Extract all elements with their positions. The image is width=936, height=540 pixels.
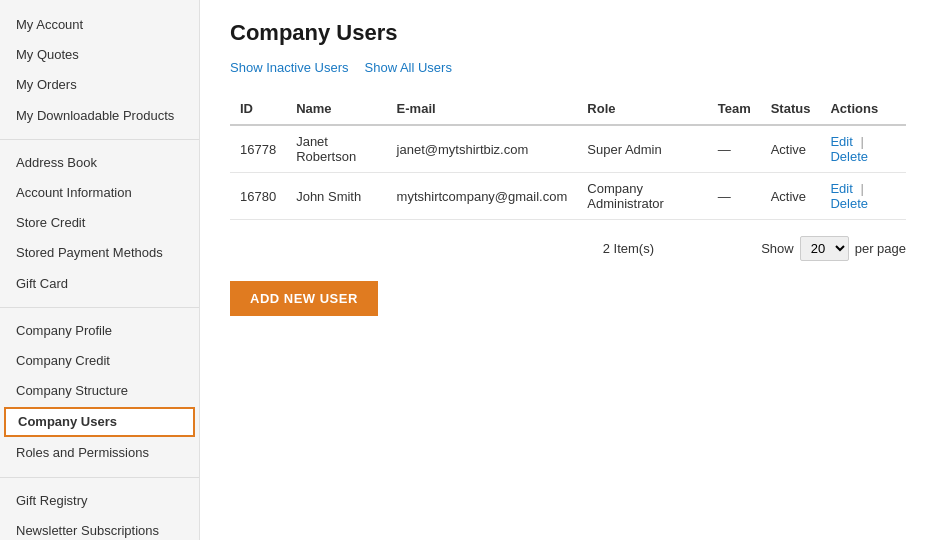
col-status: Status [761,93,821,125]
users-table: ID Name E-mail Role Team Status Actions … [230,93,906,220]
delete-link[interactable]: Delete [830,196,868,211]
cell-name: Janet Robertson [286,125,386,173]
items-count: 2 Item(s) [496,241,762,256]
pagination-row: 2 Item(s) Show 51015202530 per page [230,236,906,261]
sidebar-item-company-users[interactable]: Company Users [4,407,195,437]
cell-email: janet@mytshirtbiz.com [387,125,578,173]
cell-actions: Edit | Delete [820,125,906,173]
main-content: Company Users Show Inactive Users Show A… [200,0,936,540]
sidebar-item-store-credit[interactable]: Store Credit [0,208,199,238]
table-row: 16778 Janet Robertson janet@mytshirtbiz.… [230,125,906,173]
cell-status: Active [761,125,821,173]
cell-role: Company Administrator [577,173,707,220]
cell-email: mytshirtcompany@gmail.com [387,173,578,220]
col-actions: Actions [820,93,906,125]
sidebar-item-my-downloadable-products[interactable]: My Downloadable Products [0,101,199,131]
sidebar-divider-1 [0,139,199,140]
sidebar-item-my-account[interactable]: My Account [0,10,199,40]
col-id: ID [230,93,286,125]
sidebar-item-address-book[interactable]: Address Book [0,148,199,178]
col-team: Team [708,93,761,125]
show-label: Show [761,241,794,256]
sidebar-item-stored-payment-methods[interactable]: Stored Payment Methods [0,238,199,268]
sidebar-item-gift-registry[interactable]: Gift Registry [0,486,199,516]
edit-link[interactable]: Edit [830,181,852,196]
sidebar-item-my-quotes[interactable]: My Quotes [0,40,199,70]
filter-show-inactive[interactable]: Show Inactive Users [230,60,349,75]
sidebar-divider-2 [0,307,199,308]
sidebar-group-misc: Gift Registry Newsletter Subscriptions M… [0,486,199,540]
cell-id: 16780 [230,173,286,220]
cell-team: — [708,173,761,220]
add-new-user-button[interactable]: ADD NEW USER [230,281,378,316]
edit-link[interactable]: Edit [830,134,852,149]
per-page-label: per page [855,241,906,256]
sidebar-item-company-profile[interactable]: Company Profile [0,316,199,346]
sidebar-divider-3 [0,477,199,478]
action-separator: | [860,181,863,196]
cell-name: John Smith [286,173,386,220]
per-page-control: Show 51015202530 per page [761,236,906,261]
col-email: E-mail [387,93,578,125]
sidebar-item-my-orders[interactable]: My Orders [0,70,199,100]
cell-role: Super Admin [577,125,707,173]
col-name: Name [286,93,386,125]
sidebar-item-company-structure[interactable]: Company Structure [0,376,199,406]
sidebar-item-roles-and-permissions[interactable]: Roles and Permissions [0,438,199,468]
action-separator: | [860,134,863,149]
sidebar-group-account: My Account My Quotes My Orders My Downlo… [0,10,199,131]
cell-id: 16778 [230,125,286,173]
col-role: Role [577,93,707,125]
filter-links: Show Inactive Users Show All Users [230,60,906,75]
table-header-row: ID Name E-mail Role Team Status Actions [230,93,906,125]
cell-actions: Edit | Delete [820,173,906,220]
cell-status: Active [761,173,821,220]
delete-link[interactable]: Delete [830,149,868,164]
filter-show-all[interactable]: Show All Users [365,60,452,75]
sidebar-group-company: Company Profile Company Credit Company S… [0,316,199,469]
cell-team: — [708,125,761,173]
page-title: Company Users [230,20,906,46]
table-row: 16780 John Smith mytshirtcompany@gmail.c… [230,173,906,220]
sidebar-item-account-information[interactable]: Account Information [0,178,199,208]
sidebar-item-gift-card[interactable]: Gift Card [0,269,199,299]
per-page-select[interactable]: 51015202530 [800,236,849,261]
sidebar-item-company-credit[interactable]: Company Credit [0,346,199,376]
sidebar: My Account My Quotes My Orders My Downlo… [0,0,200,540]
sidebar-group-payments: Address Book Account Information Store C… [0,148,199,299]
sidebar-item-newsletter-subscriptions[interactable]: Newsletter Subscriptions [0,516,199,540]
